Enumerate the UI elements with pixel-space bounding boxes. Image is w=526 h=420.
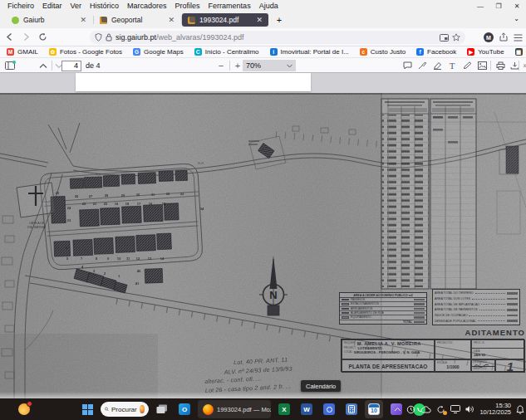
lot-number: 10: [117, 256, 121, 261]
menu-historico[interactable]: Histórico: [86, 0, 123, 12]
cedencia-table: AREA A CEDER AO DOMINIO PUBLICO m2 PASSE…: [339, 292, 427, 325]
print-icon[interactable]: [494, 59, 507, 72]
totals-row: DENSIDADE POPULACIONAL: [435, 318, 518, 324]
widgets-icon[interactable]: [15, 400, 33, 418]
navigation-toolbar: sig.gaiurb.pt/web_alvaras/1993024.pdf M: [0, 28, 526, 46]
task-view-icon[interactable]: [153, 400, 171, 418]
shield-icon[interactable]: [95, 30, 102, 45]
more-tools-icon[interactable]: »: [519, 59, 526, 72]
calendar-icon[interactable]: 10: [365, 400, 383, 418]
sheet-number: 1: [495, 359, 525, 373]
gaiurb-favicon: [12, 17, 19, 24]
minimize-icon[interactable]: —: [471, 0, 489, 12]
menu-icon[interactable]: [514, 30, 523, 45]
page-number-input[interactable]: [61, 61, 81, 71]
bookmark-item[interactable]: i Imovirtual: Portal de I...: [270, 48, 349, 56]
share-icon[interactable]: [499, 30, 508, 45]
outlook-icon[interactable]: O: [175, 400, 194, 418]
excel-icon[interactable]: X: [275, 400, 293, 418]
zoom-select[interactable]: 70%: [243, 60, 296, 71]
lot-number: 32: [166, 192, 170, 196]
chapel-label: STA. MARINHA: [27, 226, 47, 229]
menu-marcadores[interactable]: Marcadores: [123, 0, 171, 12]
menu-ferramentas[interactable]: Ferramentas: [204, 0, 255, 12]
clock-tray-icon[interactable]: [406, 405, 415, 414]
menu-ver[interactable]: Ver: [66, 0, 86, 12]
new-tab-button[interactable]: +: [273, 13, 286, 27]
tab-pdf-active[interactable]: 1993024.pdf ✕: [182, 13, 268, 27]
tab-geoportal[interactable]: Geoportal ✕: [94, 13, 180, 27]
north-label: N: [269, 289, 277, 301]
menu-profiles[interactable]: Profiles: [171, 0, 204, 12]
draw-icon[interactable]: [460, 59, 474, 72]
bookmark-item[interactable]: M GMAIL: [7, 48, 38, 56]
forward-icon[interactable]: [18, 30, 33, 45]
comment-icon[interactable]: [401, 59, 414, 72]
lot-number: 26: [75, 194, 79, 198]
lot-number: 20: [104, 202, 108, 206]
bookmark-item[interactable]: ✿ Fotos - Google Fotos: [49, 48, 122, 56]
bookmark-item[interactable]: ▶ YouTube: [467, 48, 504, 56]
previous-page-icon[interactable]: [37, 59, 50, 72]
close-icon[interactable]: ✕: [508, 0, 526, 12]
menubar: Ficheiro Editar Ver Histórico Marcadores…: [0, 0, 526, 12]
totals-row: AREA TOTAL DE IMPLANTACAO: [435, 301, 518, 307]
reader-mode-icon[interactable]: [440, 30, 449, 45]
sync-icon[interactable]: [436, 405, 445, 414]
bookmark-item[interactable]: c Custo Justo: [360, 48, 406, 56]
restore-icon[interactable]: ❐: [489, 0, 508, 12]
lot-number: 15: [162, 202, 166, 206]
list-all-tabs-icon[interactable]: ⌄: [514, 15, 519, 22]
highlighter-icon[interactable]: [430, 59, 444, 72]
back-icon[interactable]: [2, 30, 17, 45]
lot-number: 27: [89, 194, 93, 198]
project-label: PROJECT.: [344, 346, 356, 349]
bookmark-star-icon[interactable]: [452, 30, 460, 45]
text-tool-icon[interactable]: T: [445, 59, 459, 72]
date: 10/12/2025: [479, 409, 511, 417]
speaker-icon[interactable]: [465, 405, 474, 413]
start-button[interactable]: [78, 400, 96, 418]
geoportal-favicon: [100, 17, 107, 24]
menu-editar[interactable]: Editar: [38, 0, 66, 12]
display-icon[interactable]: [450, 405, 460, 413]
image-tool-icon[interactable]: [475, 59, 489, 72]
onedrive-cloud-icon[interactable]: [420, 406, 431, 413]
word-icon[interactable]: W: [297, 400, 316, 418]
clock[interactable]: 15:30 10/12/2025: [479, 403, 511, 417]
hidden-icons-chevron[interactable]: [394, 407, 401, 412]
sidebar-toggle-icon[interactable]: [3, 59, 17, 72]
pdf-viewport[interactable]: CAPELA DE STA. MARINHA RUA: [0, 73, 526, 398]
url-text[interactable]: sig.gaiurb.pt/web_alvaras/1993024.pdf: [116, 33, 436, 42]
lock-icon[interactable]: [106, 30, 112, 45]
url-bar[interactable]: sig.gaiurb.pt/web_alvaras/1993024.pdf: [90, 31, 465, 44]
drawing-title: PLANTA DE APRESENTACAO: [349, 364, 428, 369]
bookmark-item[interactable]: ▦ GALO ALTO - SOCIED...: [515, 48, 526, 56]
signature-icon[interactable]: [415, 59, 429, 72]
tab-label: Geoportal: [111, 16, 164, 24]
tab-close-icon[interactable]: ✕: [256, 16, 263, 24]
settings-icon[interactable]: [320, 400, 338, 418]
menu-ficheiro[interactable]: Ficheiro: [3, 0, 38, 12]
search-box[interactable]: Procurar: [101, 402, 149, 417]
tab-close-icon[interactable]: ✕: [80, 16, 86, 24]
calculator-icon[interactable]: [342, 400, 361, 418]
tab-close-icon[interactable]: ✕: [168, 16, 175, 24]
bookmark-item[interactable]: C Início - Centralimo: [194, 48, 259, 56]
bookmarks-bar: M GMAIL ✿ Fotos - Google Fotos G Google …: [0, 46, 526, 58]
bookmark-favicon: ▦: [515, 48, 523, 56]
tab-gaiurb[interactable]: Gaiurb ✕: [6, 13, 92, 27]
account-icon[interactable]: M: [484, 32, 494, 42]
bookmark-item[interactable]: f Facebook: [416, 48, 456, 56]
notifications-bell-icon[interactable]: [516, 405, 524, 414]
menu-ajuda[interactable]: Ajuda: [255, 0, 283, 12]
url-path: /web_alvaras/1993024.pdf: [156, 33, 244, 42]
firefox-window-button[interactable]: 1993024.pdf — Mozilla F: [198, 400, 271, 418]
zoom-out-icon[interactable]: −: [214, 59, 228, 72]
bookmark-label: Fotos - Google Fotos: [60, 48, 122, 56]
bookmark-label: Custo Justo: [371, 48, 406, 56]
street-label: RUA: [96, 173, 102, 177]
bookmark-item[interactable]: G Google Maps: [133, 48, 184, 56]
reload-icon[interactable]: [35, 30, 50, 45]
taskbar: Procurar O 1993024.pdf — Mozilla F X W 1…: [0, 398, 526, 420]
